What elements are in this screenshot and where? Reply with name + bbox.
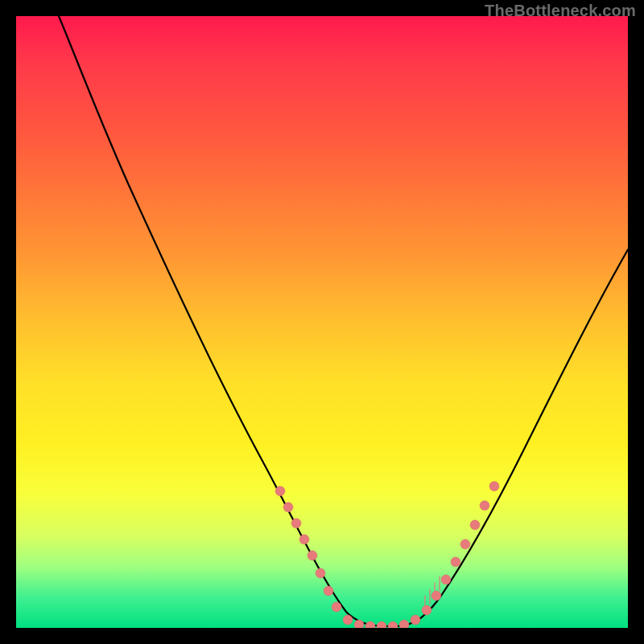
svg-point-14 (411, 615, 420, 625)
svg-point-19 (422, 605, 431, 615)
svg-point-4 (308, 551, 317, 560)
plot-area (16, 16, 628, 628)
svg-point-7 (332, 602, 341, 612)
svg-point-21 (441, 575, 451, 584)
svg-point-3 (299, 535, 309, 544)
svg-point-2 (291, 518, 301, 528)
curve-layer (16, 16, 628, 628)
svg-point-12 (388, 621, 398, 628)
svg-point-20 (431, 591, 441, 601)
svg-point-13 (399, 620, 409, 628)
chart-frame: TheBottleneck.com (0, 0, 644, 644)
svg-point-23 (460, 539, 470, 549)
bottleneck-curve (59, 16, 628, 626)
svg-point-22 (451, 557, 460, 567)
svg-point-10 (365, 621, 375, 628)
svg-point-26 (489, 481, 499, 491)
svg-point-25 (480, 501, 489, 510)
marker-cluster-floor (343, 615, 420, 628)
svg-point-11 (377, 621, 386, 628)
svg-point-6 (324, 586, 333, 596)
svg-point-5 (316, 568, 325, 578)
svg-point-1 (283, 502, 293, 512)
svg-point-9 (354, 620, 364, 628)
svg-point-24 (470, 520, 480, 530)
marker-cluster-right (422, 481, 499, 615)
svg-point-0 (275, 486, 285, 496)
svg-point-8 (343, 615, 353, 625)
